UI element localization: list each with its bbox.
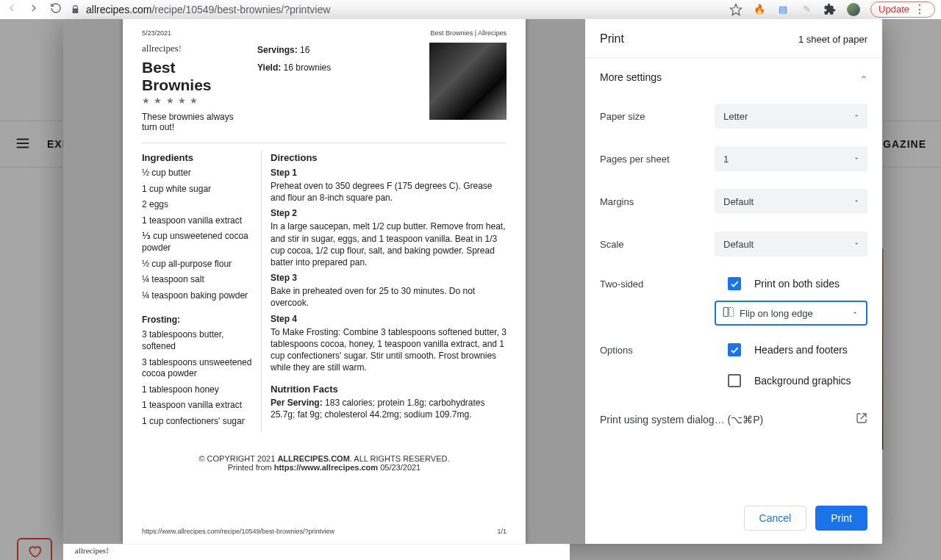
page-header-date: 5/23/2021 [142, 29, 171, 37]
svg-marker-10 [854, 312, 856, 314]
print-settings-panel: Print 1 sheet of paper More settings Pap… [585, 19, 882, 544]
ingredient-item: ½ cup butter [142, 168, 252, 179]
ingredient-item: ½ cup all-purpose flour [142, 259, 252, 270]
pages-per-sheet-select[interactable]: 1 [715, 146, 867, 171]
two-sided-checkbox[interactable] [728, 277, 741, 290]
paper-size-select[interactable]: Letter [715, 104, 867, 129]
ingredient-item: ¼ teaspoon salt [142, 274, 252, 286]
frosting-item: 3 tablespoons unsweetened cocoa powder [142, 357, 252, 380]
page-footer-pagenum: 1/1 [497, 528, 507, 535]
svg-marker-7 [855, 243, 858, 245]
svg-marker-0 [731, 4, 742, 15]
recipe-image [429, 43, 507, 120]
lock-icon [71, 4, 80, 14]
update-button[interactable]: Update ⋮ [870, 1, 935, 18]
cancel-button[interactable]: Cancel [744, 506, 807, 531]
nutrition-heading: Nutrition Facts [271, 384, 507, 395]
extension-clip-icon[interactable]: ✎ [800, 3, 813, 16]
address-bar[interactable]: allrecipes.com/recipe/10549/best-brownie… [71, 4, 330, 15]
forward-icon[interactable] [28, 2, 40, 16]
paper-size-label: Paper size [600, 111, 715, 122]
step-body: Preheat oven to 350 degrees F (175 degre… [271, 180, 507, 204]
extension-fire-icon[interactable]: 🔥 [753, 3, 766, 16]
recipe-meta: Servings: 16 Yield: 16 brownies [257, 43, 412, 132]
recipe-title: Best Brownies [142, 59, 244, 94]
chevron-down-icon [853, 239, 860, 250]
options-label: Options [600, 345, 715, 356]
svg-rect-9 [729, 308, 734, 317]
frosting-heading: Frosting: [142, 315, 252, 325]
copyright: © COPYRIGHT 2021 ALLRECIPES.COM. ALL RIG… [142, 454, 507, 472]
margins-label: Margins [600, 196, 715, 207]
ingredients-heading: Ingredients [142, 152, 252, 163]
url-text: allrecipes.com/recipe/10549/best-brownie… [86, 4, 330, 15]
scale-select[interactable]: Default [715, 231, 867, 256]
flip-pages-icon [722, 306, 735, 321]
browser-toolbar: allrecipes.com/recipe/10549/best-brownie… [0, 0, 941, 19]
ingredient-item: 2 eggs [142, 199, 252, 211]
two-sided-label: Two-sided [600, 279, 715, 290]
headers-footers-checkbox[interactable] [728, 343, 741, 356]
chevron-down-icon [853, 196, 860, 207]
frosting-item: 3 tablespoons butter, softened [142, 329, 252, 352]
page-footer-url: https://www.allrecipes.com/recipe/10549/… [142, 528, 334, 535]
step-body: In a large saucepan, melt 1/2 cup butter… [271, 220, 507, 268]
mini-brand: allrecipes! [75, 546, 109, 555]
step-body: To Make Frosting: Combine 3 tablespoons … [271, 326, 507, 374]
profile-avatar[interactable] [847, 3, 860, 16]
sheet-count: 1 sheet of paper [798, 34, 867, 45]
print-preview-pane[interactable]: 5/23/2021 Best Brownies | Allrecipes all… [63, 19, 585, 544]
extension-doc-icon[interactable]: ▤ [776, 3, 790, 16]
preview-page: 5/23/2021 Best Brownies | Allrecipes all… [123, 19, 526, 544]
check-icon [729, 345, 740, 355]
more-settings-label: More settings [600, 71, 662, 83]
nutrition-body: Per Serving: 183 calories; protein 1.8g;… [271, 397, 507, 420]
chevron-down-icon [853, 154, 860, 165]
step-heading: Step 2 [271, 208, 507, 218]
reload-icon[interactable] [50, 2, 62, 16]
svg-marker-6 [855, 201, 858, 202]
check-icon [729, 279, 740, 289]
ingredient-item: ⅓ cup unsweetened cocoa powder [142, 231, 252, 254]
svg-marker-4 [855, 115, 858, 117]
rating-stars: ★ ★ ★ ★ ★ [142, 96, 244, 106]
ingredient-item: 1 cup white sugar [142, 184, 252, 195]
page-header-title: Best Brownies | Allrecipes [431, 29, 507, 37]
step-heading: Step 3 [271, 273, 507, 283]
flip-select[interactable]: Flip on long edge [715, 301, 867, 326]
menu-dots-icon: ⋮ [914, 4, 926, 15]
extensions-icon[interactable] [823, 3, 837, 16]
more-settings-toggle[interactable]: More settings [600, 58, 867, 95]
open-external-icon [856, 412, 867, 426]
back-icon[interactable] [6, 2, 18, 16]
system-dialog-link[interactable]: Print using system dialog… (⌥⌘P) [600, 396, 867, 426]
chevron-down-icon [851, 308, 859, 319]
directions-heading: Directions [271, 152, 507, 163]
step-heading: Step 1 [271, 168, 507, 178]
step-body: Bake in preheated oven for 25 to 30 minu… [271, 285, 507, 309]
recipe-description: These brownies always turn out! [142, 112, 244, 132]
preview-next-page-peek: allrecipes! [63, 544, 570, 560]
brand-logo: allrecipes! [142, 43, 244, 54]
two-sided-check-label: Print on both sides [754, 278, 840, 290]
frosting-item: 1 tablespoon honey [142, 384, 252, 396]
svg-marker-5 [855, 158, 858, 159]
print-button[interactable]: Print [815, 506, 867, 531]
step-heading: Step 4 [271, 314, 507, 324]
ingredient-item: 1 teaspoon vanilla extract [142, 215, 252, 227]
background-graphics-checkbox[interactable] [728, 374, 741, 387]
frosting-item: 1 teaspoon vanilla extract [142, 400, 252, 412]
frosting-item: 1 cup confectioners' sugar [142, 416, 252, 428]
update-label: Update [879, 4, 909, 15]
chevron-down-icon [853, 111, 860, 122]
margins-select[interactable]: Default [715, 189, 867, 214]
svg-rect-8 [723, 308, 728, 317]
pages-per-sheet-label: Pages per sheet [600, 154, 715, 165]
scale-label: Scale [600, 239, 715, 250]
print-dialog: 5/23/2021 Best Brownies | Allrecipes all… [63, 19, 882, 544]
star-icon[interactable] [729, 3, 743, 16]
headers-footers-label: Headers and footers [754, 344, 848, 356]
ingredient-item: ¼ teaspoon baking powder [142, 290, 252, 302]
background-graphics-label: Background graphics [754, 375, 851, 387]
chevron-up-icon [860, 71, 867, 83]
